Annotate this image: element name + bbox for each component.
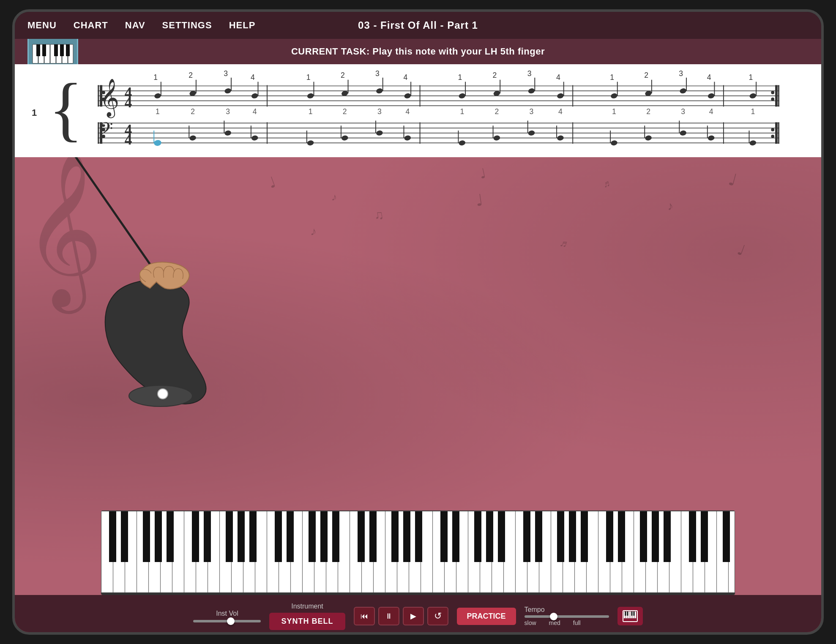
measure-number: 1 (32, 107, 37, 118)
main-bg: 𝄞 ♩ ♪ ♫ ♩ ♪ ♩ ♬ ♪ ♩ ♬ ♩ (15, 157, 821, 635)
svg-point-133 (707, 135, 714, 141)
tempo-slider[interactable] (525, 615, 609, 618)
svg-text:1: 1 (308, 107, 312, 116)
svg-point-135 (749, 140, 756, 146)
svg-text:1: 1 (156, 107, 160, 116)
play-button[interactable]: ▶ (403, 607, 424, 625)
svg-rect-178 (338, 511, 350, 592)
svg-point-35 (102, 135, 105, 138)
svg-text:3: 3 (375, 69, 380, 78)
svg-rect-239 (557, 511, 564, 562)
svg-point-30 (102, 91, 105, 94)
pause-button[interactable]: ⏸ (378, 607, 399, 625)
svg-text:3: 3 (529, 107, 533, 116)
svg-text:4: 4 (709, 107, 713, 116)
svg-rect-217 (192, 511, 199, 562)
svg-text:2: 2 (191, 107, 195, 116)
svg-text:4: 4 (124, 94, 132, 111)
loop-button[interactable]: ↺ (427, 607, 448, 625)
svg-point-117 (404, 135, 411, 141)
svg-rect-29 (100, 85, 102, 106)
staff-brace: { (49, 73, 83, 145)
transport-controls: ⏮ ⏸ ▶ ↺ (354, 607, 448, 625)
device-frame: MENU CHART NAV SETTINGS HELP 03 - First … (12, 9, 824, 635)
svg-text:4: 4 (707, 73, 711, 82)
svg-rect-256 (634, 611, 636, 618)
svg-rect-212 (109, 511, 116, 562)
svg-rect-221 (249, 511, 257, 562)
svg-rect-244 (640, 511, 647, 562)
svg-point-121 (493, 135, 500, 141)
svg-text:2: 2 (644, 71, 648, 79)
svg-text:4: 4 (251, 73, 255, 82)
svg-point-80 (679, 87, 687, 94)
menu-nav[interactable]: MENU (27, 20, 57, 31)
svg-point-82 (707, 93, 715, 99)
svg-rect-32 (98, 122, 99, 144)
practice-button[interactable]: PRACTICE (457, 608, 516, 625)
svg-rect-233 (452, 511, 459, 562)
svg-point-64 (375, 87, 383, 94)
tempo-full: full (573, 619, 581, 626)
svg-rect-241 (581, 511, 588, 562)
svg-point-115 (376, 130, 383, 136)
chart-nav[interactable]: CHART (74, 20, 108, 31)
svg-text:2: 2 (189, 71, 193, 79)
tempo-slow: slow (525, 619, 536, 626)
svg-point-129 (645, 135, 652, 141)
svg-text:4: 4 (558, 107, 563, 116)
svg-rect-235 (486, 511, 493, 562)
piano-icon (32, 42, 74, 65)
svg-text:2: 2 (342, 107, 347, 116)
svg-rect-231 (415, 511, 422, 562)
svg-rect-247 (689, 511, 696, 562)
svg-rect-206 (669, 511, 681, 592)
svg-rect-49 (778, 122, 779, 144)
tempo-label: Tempo (525, 606, 545, 614)
svg-text:3: 3 (377, 107, 382, 116)
svg-point-51 (771, 135, 774, 138)
svg-point-52 (154, 93, 161, 99)
svg-text:3: 3 (226, 107, 230, 116)
svg-rect-257 (625, 611, 626, 616)
keyboard-toggle-button[interactable] (617, 607, 643, 625)
instrument-button[interactable]: SYNTH BELL (269, 613, 345, 630)
svg-rect-28 (98, 85, 99, 106)
svg-text:3: 3 (527, 69, 531, 78)
svg-rect-185 (421, 511, 432, 592)
svg-rect-228 (369, 511, 377, 562)
svg-rect-242 (606, 511, 613, 562)
svg-point-84 (749, 93, 757, 99)
svg-point-103 (153, 139, 162, 147)
tempo-group: Tempo slow med full (525, 606, 609, 626)
piano-keyboard-svg[interactable] (101, 510, 735, 595)
instrument-group: Instrument SYNTH BELL (269, 603, 345, 630)
svg-text:4: 4 (124, 131, 132, 148)
svg-text:1: 1 (306, 73, 310, 82)
svg-point-119 (458, 140, 465, 146)
settings-nav[interactable]: SETTINGS (162, 20, 212, 31)
svg-point-34 (102, 128, 105, 131)
svg-rect-232 (440, 511, 448, 562)
svg-point-56 (224, 87, 232, 94)
svg-rect-249 (723, 511, 730, 562)
svg-text:1: 1 (153, 73, 158, 82)
svg-rect-248 (701, 511, 708, 562)
inst-vol-slider[interactable] (193, 620, 261, 622)
help-nav[interactable]: HELP (229, 20, 256, 31)
svg-text:4: 4 (405, 107, 410, 116)
svg-rect-8 (42, 44, 46, 56)
svg-point-74 (556, 93, 564, 99)
sheet-area: 1 { 𝄞 4 4 𝄢 4 4 (15, 64, 821, 157)
svg-text:2: 2 (646, 107, 650, 116)
nav-nav[interactable]: NAV (125, 20, 145, 31)
svg-text:2: 2 (492, 71, 497, 79)
svg-point-47 (771, 98, 774, 101)
rewind-button[interactable]: ⏮ (354, 607, 375, 625)
svg-text:3: 3 (679, 69, 683, 78)
svg-rect-11 (66, 44, 70, 56)
svg-rect-218 (204, 511, 211, 562)
svg-rect-245 (652, 511, 659, 562)
svg-rect-226 (332, 511, 339, 562)
svg-point-123 (527, 130, 535, 136)
